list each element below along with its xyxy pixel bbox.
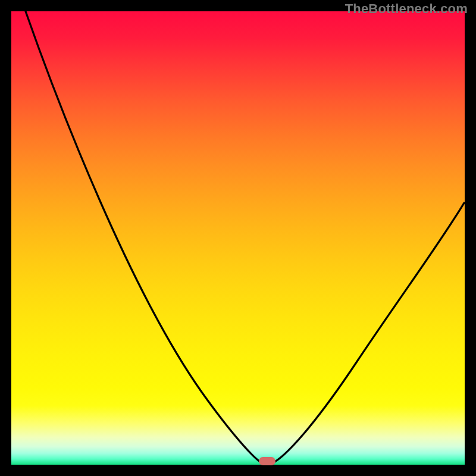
chart-plot-area [11, 11, 465, 465]
curve-right-branch [275, 203, 464, 462]
optimal-point-marker [259, 457, 275, 465]
curve-left-branch [26, 11, 260, 462]
watermark-text: TheBottleneck.com [345, 1, 468, 17]
bottleneck-curve [11, 11, 465, 465]
